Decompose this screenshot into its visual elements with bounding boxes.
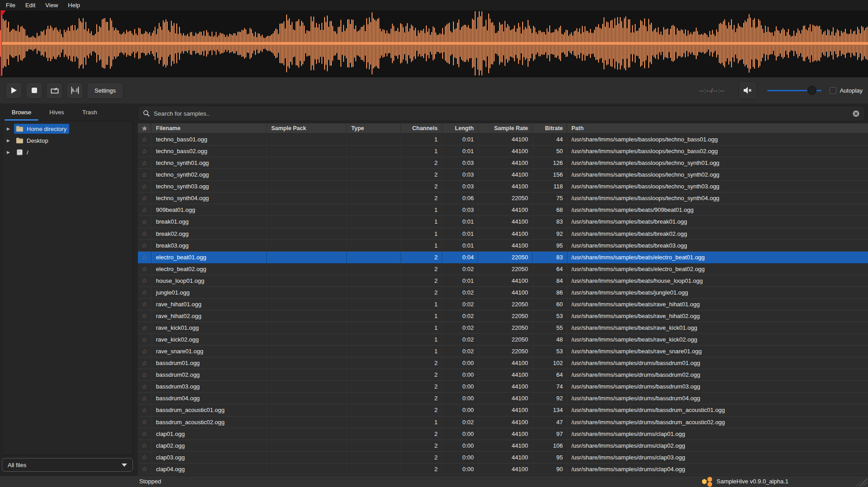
- favorite-star-icon[interactable]: ☆: [142, 336, 147, 343]
- favorite-cell[interactable]: ☆: [138, 393, 151, 404]
- table-row[interactable]: ☆bassdrum_acoustic02.ogg10:024410047/usr…: [138, 417, 868, 428]
- table-row[interactable]: ☆909beat01.ogg10:034410068/usr/share/lmm…: [138, 204, 868, 216]
- favorite-star-icon[interactable]: ☆: [142, 206, 147, 214]
- tab-trash[interactable]: Trash: [73, 103, 106, 121]
- favorite-star-icon[interactable]: ☆: [142, 383, 147, 390]
- table-row[interactable]: ☆house_loop01.ogg20:014410084/usr/share/…: [138, 275, 868, 287]
- favorite-star-icon[interactable]: ☆: [142, 348, 147, 355]
- search-input[interactable]: [154, 110, 852, 117]
- favorite-star-icon[interactable]: ☆: [142, 148, 147, 155]
- favorite-cell[interactable]: ☆: [138, 417, 151, 428]
- favorite-cell[interactable]: ☆: [138, 169, 151, 180]
- table-row[interactable]: ☆rave_kick01.ogg10:022205055/usr/share/l…: [138, 322, 868, 334]
- table-row[interactable]: ☆bassdrum01.ogg20:0044100102/usr/share/l…: [138, 357, 868, 369]
- favorite-star-icon[interactable]: ☆: [142, 465, 147, 473]
- table-row[interactable]: ☆techno_synth02.ogg20:0344100156/usr/sha…: [138, 169, 868, 181]
- favorite-star-icon[interactable]: ☆: [142, 312, 147, 319]
- favorite-star-icon[interactable]: ☆: [142, 300, 147, 308]
- favorite-cell[interactable]: ☆: [138, 322, 151, 333]
- favorite-cell[interactable]: ☆: [138, 346, 151, 357]
- column-header-bitrate[interactable]: Bitrate: [533, 123, 567, 133]
- favorite-cell[interactable]: ☆: [138, 134, 151, 145]
- table-row[interactable]: ☆clap03.ogg20:004410095/usr/share/lmms/s…: [138, 452, 868, 464]
- favorite-star-icon[interactable]: ☆: [142, 395, 147, 402]
- tab-browse[interactable]: Browse: [3, 103, 40, 121]
- table-row[interactable]: ☆techno_bass02.ogg10:014410050/usr/share…: [138, 145, 868, 157]
- favorite-cell[interactable]: ☆: [138, 228, 151, 239]
- favorite-cell[interactable]: ☆: [138, 440, 151, 451]
- favorite-cell[interactable]: ☆: [138, 334, 151, 345]
- volume-slider[interactable]: [767, 86, 821, 95]
- favorite-star-icon[interactable]: ☆: [142, 360, 147, 367]
- tree-item-desktop[interactable]: ▶Desktop: [2, 135, 132, 146]
- table-row[interactable]: ☆techno_synth03.ogg20:0344100118/usr/sha…: [138, 181, 868, 192]
- table-row[interactable]: ☆bassdrum03.ogg20:004410074/usr/share/lm…: [138, 381, 868, 393]
- loop-button[interactable]: [46, 82, 63, 99]
- table-row[interactable]: ☆clap01.ogg20:004410097/usr/share/lmms/s…: [138, 428, 868, 440]
- table-row[interactable]: ☆break01.ogg10:014410083/usr/share/lmms/…: [138, 216, 868, 228]
- favorite-cell[interactable]: ☆: [138, 464, 151, 475]
- favorite-cell[interactable]: ☆: [138, 369, 151, 380]
- table-row[interactable]: ☆techno_synth04.ogg20:062205075/usr/shar…: [138, 192, 868, 204]
- expander-icon[interactable]: ▶: [7, 150, 14, 155]
- favorite-cell[interactable]: ☆: [138, 381, 151, 392]
- table-row[interactable]: ☆electro_beat01.ogg20:042205083/usr/shar…: [138, 252, 868, 263]
- favorite-star-icon[interactable]: ☆: [142, 195, 147, 202]
- file-filter-dropdown[interactable]: All files: [2, 458, 133, 472]
- favorite-star-icon[interactable]: ☆: [142, 242, 147, 249]
- clear-search-icon[interactable]: [852, 110, 860, 117]
- column-header-filename[interactable]: Filename: [151, 123, 267, 133]
- column-header-sample-pack[interactable]: Sample Pack: [267, 123, 347, 133]
- table-row[interactable]: ☆techno_synth01.ogg20:0344100126/usr/sha…: [138, 157, 868, 169]
- favorite-star-icon[interactable]: ☆: [142, 277, 147, 284]
- favorite-cell[interactable]: ☆: [138, 181, 151, 192]
- favorite-star-icon[interactable]: ☆: [142, 218, 147, 225]
- favorite-cell[interactable]: ☆: [138, 145, 151, 157]
- favorite-cell[interactable]: ☆: [138, 192, 151, 204]
- favorite-star-icon[interactable]: ☆: [142, 371, 147, 379]
- favorite-cell[interactable]: ☆: [138, 275, 151, 286]
- table-row[interactable]: ☆bassdrum04.ogg20:004410092/usr/share/lm…: [138, 393, 868, 404]
- menu-view[interactable]: View: [40, 0, 63, 10]
- column-header-channels[interactable]: Channels: [401, 123, 442, 133]
- table-row[interactable]: ☆clap04.ogg20:004410090/usr/share/lmms/s…: [138, 464, 868, 475]
- autoplay-checkbox[interactable]: [830, 87, 836, 94]
- favorite-star-icon[interactable]: ☆: [142, 136, 147, 143]
- favorite-star-icon[interactable]: ☆: [142, 324, 147, 332]
- favorite-cell[interactable]: ☆: [138, 357, 151, 369]
- table-row[interactable]: ☆rave_snare01.ogg10:022205053/usr/share/…: [138, 346, 868, 357]
- favorite-star-icon[interactable]: ☆: [142, 159, 147, 167]
- ab-loop-button[interactable]: A-B: [66, 82, 83, 99]
- favorite-cell[interactable]: ☆: [138, 252, 151, 263]
- table-row[interactable]: ☆rave_hihat02.ogg10:022205053/usr/share/…: [138, 310, 868, 322]
- table-row[interactable]: ☆rave_kick02.ogg10:022205048/usr/share/l…: [138, 334, 868, 346]
- resize-grip[interactable]: [856, 476, 867, 486]
- table-row[interactable]: ☆electro_beat02.ogg20:022205064/usr/shar…: [138, 263, 868, 275]
- favorite-cell[interactable]: ☆: [138, 404, 151, 416]
- volume-knob[interactable]: [807, 86, 816, 95]
- favorite-cell[interactable]: ☆: [138, 216, 151, 227]
- stop-button[interactable]: [26, 82, 42, 99]
- table-row[interactable]: ☆bassdrum02.ogg20:004410064/usr/share/lm…: [138, 369, 868, 381]
- favorite-star-icon[interactable]: ☆: [142, 289, 147, 296]
- column-header-length[interactable]: Length: [442, 123, 478, 133]
- column-header-type[interactable]: Type: [347, 123, 401, 133]
- table-row[interactable]: ☆break02.ogg10:014410092/usr/share/lmms/…: [138, 228, 868, 240]
- favorite-star-icon[interactable]: ☆: [142, 407, 147, 414]
- tab-hives[interactable]: Hives: [40, 103, 73, 121]
- tree-item--[interactable]: ▶/: [2, 146, 132, 158]
- menu-help[interactable]: Help: [63, 0, 85, 10]
- favorite-cell[interactable]: ☆: [138, 204, 151, 215]
- favorite-star-icon[interactable]: ☆: [142, 253, 147, 261]
- table-row[interactable]: ☆jungle01.ogg20:024410086/usr/share/lmms…: [138, 287, 868, 299]
- favorite-cell[interactable]: ☆: [138, 240, 151, 251]
- favorite-cell[interactable]: ☆: [138, 428, 151, 440]
- favorite-star-icon[interactable]: ☆: [142, 442, 147, 449]
- favorite-star-icon[interactable]: ☆: [142, 183, 147, 190]
- menu-file[interactable]: File: [1, 0, 20, 10]
- favorite-cell[interactable]: ☆: [138, 157, 151, 169]
- favorite-cell[interactable]: ☆: [138, 287, 151, 298]
- favorite-star-icon[interactable]: ☆: [142, 454, 147, 461]
- expander-icon[interactable]: ▶: [7, 138, 14, 143]
- waveform-panel[interactable]: [0, 10, 868, 77]
